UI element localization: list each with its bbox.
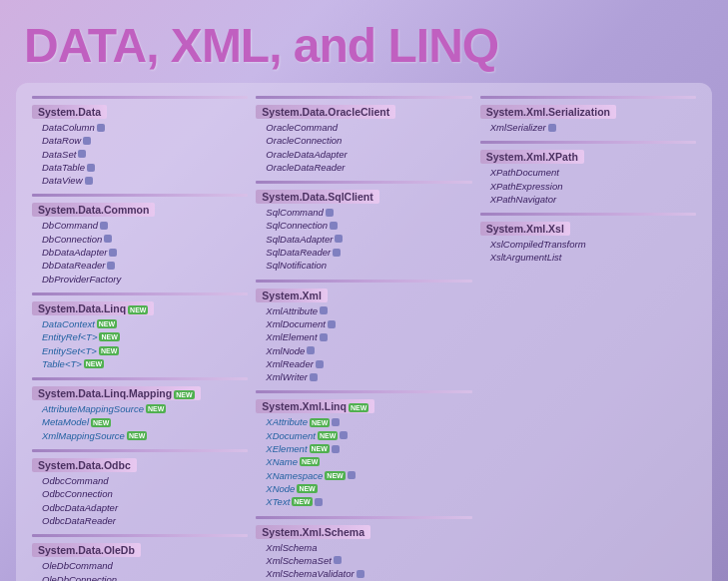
class-name: XmlSerializer <box>490 121 546 134</box>
square-badge <box>330 222 338 230</box>
list-item: XmlSchemaSet <box>256 554 471 567</box>
class-name: XText <box>266 495 290 508</box>
namespace-group-0-3: System.Data.Linq.MappingNEWAttributeMapp… <box>32 376 248 442</box>
class-name: DbProviderFactory <box>42 273 121 286</box>
class-name: DbConnection <box>42 233 102 246</box>
square-badge <box>100 222 108 230</box>
list-item: XsltArgumentList <box>480 251 696 264</box>
namespace-group-0-4: System.Data.OdbcOdbcCommandOdbcConnectio… <box>32 448 248 527</box>
list-item: XNamespaceNEW <box>256 469 471 482</box>
list-item: XmlSchemaValidator <box>256 567 471 580</box>
list-item: SqlConnection <box>256 219 471 232</box>
namespace-group-1-3: System.Xml.LinqNEWXAttributeNEWXDocument… <box>256 389 471 508</box>
list-item: EntitySet<T>NEW <box>32 344 248 357</box>
square-badge <box>307 346 315 354</box>
class-name: OdbcDataAdapter <box>42 501 118 514</box>
new-badge: NEW <box>146 404 166 413</box>
list-item: XDocumentNEW <box>256 429 471 442</box>
square-badge <box>333 249 341 257</box>
class-name: XElement <box>266 442 307 455</box>
class-name: XmlElement <box>266 330 317 343</box>
divider <box>256 96 471 99</box>
list-item: OracleCommand <box>256 121 471 134</box>
list-item: XmlNode <box>256 344 471 357</box>
square-badge <box>326 209 334 217</box>
namespace-header-0-4: System.Data.Odbc <box>32 458 137 472</box>
square-badge <box>357 570 364 578</box>
list-item: EntityRef<T>NEW <box>32 330 248 343</box>
class-name: OleDbCommand <box>42 559 113 572</box>
list-item: OleDbConnection <box>32 573 248 581</box>
divider <box>32 292 248 295</box>
list-item: XElementNEW <box>256 442 471 455</box>
list-item: XPathDocument <box>480 166 696 179</box>
class-name: MetaModel <box>42 415 89 428</box>
list-item: SqlNotification <box>256 259 471 272</box>
class-name: XmlWriter <box>266 370 308 383</box>
class-name: Table<T> <box>42 357 82 370</box>
class-name: XPathDocument <box>490 166 559 179</box>
class-name: SqlDataAdapter <box>266 233 333 246</box>
list-item: DataContextNEW <box>32 317 248 330</box>
class-name: DataTable <box>42 161 85 174</box>
namespace-group-1-2: System.XmlXmlAttributeXmlDocumentXmlElem… <box>256 279 471 384</box>
class-name: DataRow <box>42 134 81 147</box>
list-item: MetaModelNEW <box>32 415 248 428</box>
namespace-group-0-5: System.Data.OleDbOleDbCommandOleDbConnec… <box>32 533 248 581</box>
square-badge <box>83 137 91 145</box>
square-badge <box>328 320 336 328</box>
column-1: System.Data.OracleClientOracleCommandOra… <box>256 95 471 581</box>
class-name: OdbcCommand <box>42 474 109 487</box>
class-name: SqlNotification <box>266 259 327 272</box>
list-item: OracleDataReader <box>256 161 471 174</box>
namespace-group-2-1: System.Xml.XPathXPathDocumentXPathExpres… <box>480 140 696 206</box>
class-name: EntityRef<T> <box>42 330 97 343</box>
class-name: XName <box>266 455 298 468</box>
square-badge <box>109 249 117 257</box>
new-badge: NEW <box>300 457 320 466</box>
list-item: OdbcCommand <box>32 474 248 487</box>
list-item: DataTable <box>32 161 248 174</box>
class-name: OleDbConnection <box>42 573 117 581</box>
divider <box>32 194 248 197</box>
class-name: XmlNode <box>266 344 305 357</box>
divider <box>480 141 696 144</box>
square-badge <box>332 445 340 453</box>
namespace-header-1-3: System.Xml.LinqNEW <box>256 399 374 413</box>
class-name: DbDataAdapter <box>42 246 107 259</box>
class-name: XNamespace <box>266 469 323 482</box>
divider <box>256 181 471 184</box>
new-badge: NEW <box>91 418 111 427</box>
namespace-group-1-0: System.Data.OracleClientOracleCommandOra… <box>256 95 471 174</box>
list-item: Table<T>NEW <box>32 357 248 370</box>
new-badge: NEW <box>84 359 104 368</box>
square-badge <box>334 556 342 564</box>
list-item: DbProviderFactory <box>32 273 248 286</box>
class-name: XPathNavigator <box>490 193 557 206</box>
divider <box>32 96 248 99</box>
new-badge: NEW <box>99 332 119 341</box>
list-item: XNodeNEW <box>256 482 471 495</box>
square-badge <box>548 124 556 132</box>
new-badge: NEW <box>297 484 317 493</box>
class-name: XNode <box>266 482 295 495</box>
list-item: OracleDataAdapter <box>256 148 471 161</box>
divider <box>256 516 471 519</box>
list-item: DbCommand <box>32 219 248 232</box>
class-name: XmlSchemaValidator <box>266 567 354 580</box>
class-name: XmlSchemaSet <box>266 554 331 567</box>
class-name: OdbcDataReader <box>42 514 116 527</box>
square-badge <box>348 471 356 479</box>
list-item: SqlDataAdapter <box>256 233 471 246</box>
square-badge <box>107 262 115 270</box>
square-badge <box>85 177 93 185</box>
new-badge: NEW <box>127 431 147 440</box>
list-item: AttributeMappingSourceNEW <box>32 402 248 415</box>
new-badge: NEW <box>97 319 117 328</box>
divider <box>32 534 248 537</box>
namespace-group-0-0: System.DataDataColumnDataRowDataSetDataT… <box>32 95 248 187</box>
class-name: SqlDataReader <box>266 246 331 259</box>
list-item: OdbcDataAdapter <box>32 501 248 514</box>
list-item: XmlWriter <box>256 370 471 383</box>
square-badge <box>320 306 328 314</box>
